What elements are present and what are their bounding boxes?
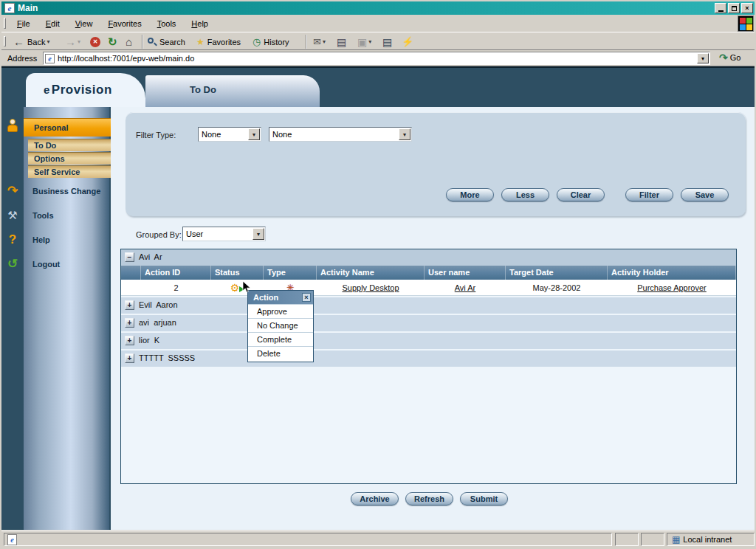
fullscreen-button: ▣ ▾ bbox=[357, 33, 371, 50]
group-row-evil-aaron[interactable]: + Evil Aaron bbox=[121, 297, 736, 314]
cell-activity-name[interactable]: Supply Desktop bbox=[317, 280, 425, 297]
action-no-change[interactable]: No Change bbox=[248, 318, 313, 332]
more-button[interactable]: More bbox=[446, 188, 494, 201]
status-gear-icon[interactable]: ⚙ bbox=[230, 282, 240, 294]
filter-type-value: None bbox=[202, 130, 221, 139]
logout-icon: ↺ bbox=[4, 256, 21, 272]
action-approve[interactable]: Approve bbox=[248, 304, 313, 318]
menubar-grip[interactable] bbox=[4, 18, 6, 29]
group-name: TTTTT SSSSS bbox=[139, 353, 195, 362]
menu-edit[interactable]: Edit bbox=[41, 18, 65, 30]
sidebar-item-to-do[interactable]: To Do bbox=[28, 139, 111, 151]
column-activity-holder: Activity Holder bbox=[608, 266, 736, 280]
menu-file[interactable]: File bbox=[12, 18, 35, 30]
group-row-lior-k[interactable]: + lior K bbox=[121, 333, 736, 349]
standard-toolbar: ← Back ▾ → ▾ ✕ ↻ ⌂ Search ★ Favorites ◷ … bbox=[1, 33, 755, 50]
column-status: Status bbox=[211, 266, 264, 280]
cell-target-date: May-28-2002 bbox=[506, 280, 608, 297]
group-name: Evil Aaron bbox=[139, 300, 178, 309]
home-button[interactable]: ⌂ bbox=[126, 33, 132, 50]
menu-favorites[interactable]: Favorites bbox=[103, 18, 146, 30]
edit-button[interactable]: ▤ bbox=[382, 33, 392, 50]
back-dropdown-icon[interactable]: ▾ bbox=[47, 38, 49, 45]
clear-button[interactable]: Clear bbox=[557, 188, 605, 201]
expand-button[interactable]: + bbox=[125, 336, 134, 345]
mail-button[interactable]: ✉ ▾ bbox=[313, 33, 326, 50]
restore-button[interactable] bbox=[728, 3, 740, 13]
popup-close-icon[interactable]: × bbox=[302, 293, 311, 302]
back-icon: ← bbox=[13, 35, 24, 48]
row-indent bbox=[121, 280, 141, 297]
action-delete[interactable]: Delete bbox=[248, 346, 313, 360]
sidebar-item-help[interactable]: Help bbox=[32, 235, 50, 244]
less-button[interactable]: Less bbox=[501, 188, 549, 201]
personal-label: Personal bbox=[34, 123, 68, 132]
stop-icon: ✕ bbox=[90, 37, 100, 47]
forward-button[interactable]: → ▾ bbox=[65, 33, 80, 50]
filter-value-dropdown[interactable]: None ▾ bbox=[269, 127, 412, 142]
lightning-icon: ⚡ bbox=[402, 36, 413, 47]
menu-view[interactable]: View bbox=[70, 18, 98, 30]
stop-button[interactable]: ✕ bbox=[90, 33, 100, 50]
address-input[interactable]: e http://localhost:7001/epv-web/main.do … bbox=[43, 52, 710, 65]
search-button[interactable]: Search bbox=[148, 33, 185, 50]
go-button[interactable]: ↷ Go bbox=[719, 52, 740, 63]
print-button[interactable]: ▤ bbox=[337, 33, 346, 50]
favorites-button[interactable]: ★ Favorites bbox=[196, 33, 241, 50]
activity-holder-link[interactable]: Purchase Approver bbox=[637, 283, 707, 292]
action-popup-titlebar[interactable]: Action × bbox=[248, 291, 313, 304]
history-label: History bbox=[264, 38, 289, 46]
tab-to-do[interactable]: To Do bbox=[145, 75, 320, 107]
fullscreen-dropdown-icon[interactable]: ▾ bbox=[368, 38, 371, 45]
mail-dropdown-icon[interactable]: ▾ bbox=[323, 38, 326, 45]
address-bar: Address e http://localhost:7001/epv-web/… bbox=[1, 50, 755, 66]
address-label: Address bbox=[7, 54, 37, 63]
filter-type-dropdown-icon[interactable]: ▾ bbox=[248, 128, 260, 140]
sidebar-item-business-change[interactable]: Business Change bbox=[32, 187, 100, 196]
cell-activity-holder[interactable]: Purchase Approver bbox=[608, 280, 736, 297]
cell-user-name[interactable]: Avi Ar bbox=[425, 280, 506, 297]
expand-button[interactable]: + bbox=[125, 353, 134, 363]
sidebar-item-options[interactable]: Options bbox=[28, 152, 111, 165]
action-complete[interactable]: Complete bbox=[248, 332, 313, 346]
search-icon bbox=[148, 38, 157, 46]
submit-button[interactable]: Submit bbox=[460, 492, 508, 505]
minimize-button[interactable] bbox=[715, 3, 726, 13]
group-row-ttttt-sssss[interactable]: + TTTTT SSSSS bbox=[121, 351, 736, 367]
grouped-by-dropdown[interactable]: User ▾ bbox=[182, 227, 266, 241]
zone-label: Local intranet bbox=[683, 535, 732, 544]
save-button[interactable]: Save bbox=[681, 188, 729, 201]
refresh-action-button[interactable]: Refresh bbox=[405, 492, 453, 505]
toolbar-grip[interactable] bbox=[4, 36, 6, 46]
back-button[interactable]: ← Back ▾ bbox=[13, 33, 49, 50]
help-icon: ? bbox=[4, 232, 21, 248]
personal-icon bbox=[4, 118, 21, 134]
collapse-button[interactable]: − bbox=[125, 252, 134, 262]
group-name: lior K bbox=[139, 336, 159, 345]
sidebar-item-personal[interactable]: Personal bbox=[24, 118, 111, 137]
sidebar-item-self-service[interactable]: Self Service bbox=[28, 165, 111, 178]
close-button[interactable]: × bbox=[741, 3, 753, 13]
grouped-by-dropdown-icon[interactable]: ▾ bbox=[252, 228, 264, 240]
expand-button[interactable]: + bbox=[125, 300, 134, 310]
menu-help[interactable]: Help bbox=[186, 18, 213, 30]
history-icon: ◷ bbox=[252, 36, 261, 47]
menu-tools[interactable]: Tools bbox=[152, 18, 182, 30]
table-row: 2 ⚙ ✳ Supply Desktop Avi Ar May-28-2002 … bbox=[121, 280, 736, 296]
address-dropdown-icon[interactable]: ▾ bbox=[697, 53, 709, 63]
refresh-button[interactable]: ↻ bbox=[108, 33, 117, 50]
sidebar-item-tools[interactable]: Tools bbox=[32, 211, 54, 220]
archive-button[interactable]: Archive bbox=[351, 492, 399, 505]
go-label: Go bbox=[730, 53, 741, 62]
group-header-avi-ar[interactable]: − Avi Ar bbox=[121, 249, 736, 266]
sidebar-item-logout[interactable]: Logout bbox=[32, 260, 60, 269]
group-row-avi-arjuan[interactable]: + avi arjuan bbox=[121, 315, 736, 331]
activity-name-link[interactable]: Supply Desktop bbox=[342, 283, 399, 292]
expand-button[interactable]: + bbox=[125, 318, 134, 328]
filter-value-dropdown-icon[interactable]: ▾ bbox=[399, 128, 410, 140]
filter-value-value: None bbox=[272, 130, 292, 139]
history-button[interactable]: ◷ History bbox=[252, 33, 289, 50]
filter-type-dropdown[interactable]: None ▾ bbox=[198, 127, 261, 142]
filter-button[interactable]: Filter bbox=[625, 188, 673, 201]
user-name-link[interactable]: Avi Ar bbox=[455, 283, 476, 292]
